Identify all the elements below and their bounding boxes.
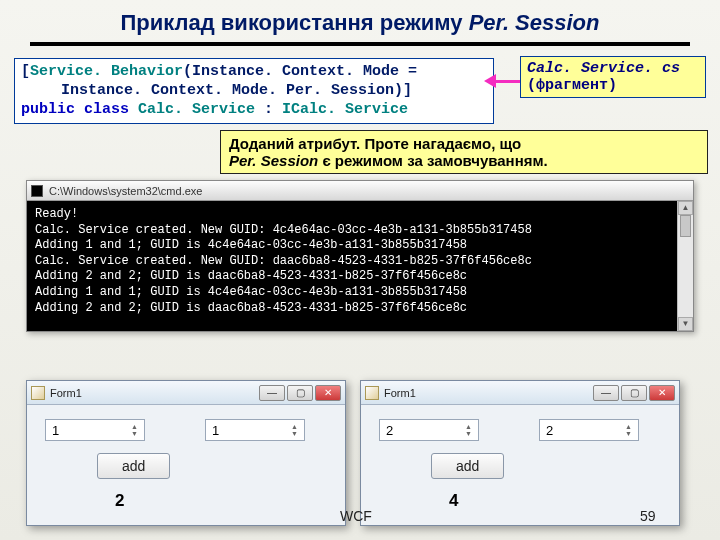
code-line-2: Instance. Context. Mode. Per. Session)] [21, 82, 487, 101]
minimize-button[interactable]: — [593, 385, 619, 401]
minimize-button[interactable]: — [259, 385, 285, 401]
form-window-1: Form1 — ▢ ✕ 1 ▲▼ 1 ▲▼ add 2 [26, 380, 346, 526]
spinner-icon[interactable]: ▲▼ [465, 423, 472, 437]
form2-title: Form1 [384, 387, 416, 399]
maximize-button[interactable]: ▢ [621, 385, 647, 401]
form2-input-b[interactable]: 2 ▲▼ [539, 419, 639, 441]
form2-input-a[interactable]: 2 ▲▼ [379, 419, 479, 441]
form1-input-b[interactable]: 1 ▲▼ [205, 419, 305, 441]
arrow-line [494, 80, 520, 83]
cmd-titlebar[interactable]: C:\Windows\system32\cmd.exe [27, 181, 693, 201]
code-line-1: [Service. Behavior(Instance. Context. Mo… [21, 63, 487, 82]
form1-title: Form1 [50, 387, 82, 399]
note-line1: Доданий атрибут. Проте нагадаємо, що [229, 135, 521, 152]
form-icon [31, 386, 45, 400]
file-name: Calc. Service. cs [527, 60, 699, 77]
spinner-icon[interactable]: ▲▼ [625, 423, 632, 437]
form-window-2: Form1 — ▢ ✕ 2 ▲▼ 2 ▲▼ add 4 [360, 380, 680, 526]
scroll-thumb[interactable] [680, 215, 691, 237]
scroll-up-icon[interactable]: ▲ [678, 201, 693, 215]
cmd-icon [31, 185, 43, 197]
form1-titlebar[interactable]: Form1 — ▢ ✕ [27, 381, 345, 405]
form1-add-button[interactable]: add [97, 453, 170, 479]
file-frag: (фрагмент) [527, 77, 699, 94]
close-button[interactable]: ✕ [315, 385, 341, 401]
cmd-scrollbar[interactable]: ▲ ▼ [677, 201, 693, 331]
form2-result: 4 [449, 491, 661, 511]
note-box: Доданий атрибут. Проте нагадаємо, що Per… [220, 130, 708, 174]
cmd-window: C:\Windows\system32\cmd.exe Ready! Calc.… [26, 180, 694, 332]
note-line2b: є режимом за замовчуванням. [318, 152, 548, 169]
page-number: 59 [640, 508, 656, 524]
cmd-title: C:\Windows\system32\cmd.exe [49, 185, 202, 197]
title-text: Приклад використання режиму [121, 10, 469, 35]
slide-title: Приклад використання режиму Per. Session [0, 0, 720, 42]
title-underline [30, 42, 690, 46]
spinner-icon[interactable]: ▲▼ [291, 423, 298, 437]
scroll-down-icon[interactable]: ▼ [678, 317, 693, 331]
spinner-icon[interactable]: ▲▼ [131, 423, 138, 437]
form1-result: 2 [115, 491, 327, 511]
form2-titlebar[interactable]: Form1 — ▢ ✕ [361, 381, 679, 405]
file-label-box: Calc. Service. cs (фрагмент) [520, 56, 706, 98]
note-persession: Per. Session [229, 152, 318, 169]
code-line-3: public class Calc. Service : ICalc. Serv… [21, 101, 487, 120]
cmd-output: Ready! Calc. Service created. New GUID: … [27, 201, 693, 331]
arrow-head-icon [484, 74, 496, 88]
footer-wcf: WCF [340, 508, 372, 524]
form1-input-a[interactable]: 1 ▲▼ [45, 419, 145, 441]
form2-add-button[interactable]: add [431, 453, 504, 479]
form-icon [365, 386, 379, 400]
title-italic: Per. Session [469, 10, 600, 35]
code-snippet-box: [Service. Behavior(Instance. Context. Mo… [14, 58, 494, 124]
close-button[interactable]: ✕ [649, 385, 675, 401]
maximize-button[interactable]: ▢ [287, 385, 313, 401]
